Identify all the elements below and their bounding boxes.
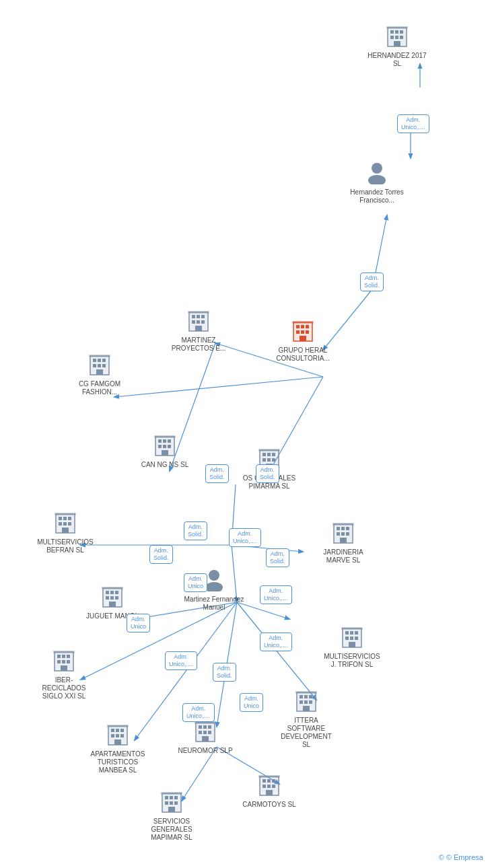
node-multiservicios_befran[interactable]: MULTISERVICIOS BEFRAN SL bbox=[35, 511, 96, 554]
svg-rect-152 bbox=[202, 736, 209, 742]
svg-rect-163 bbox=[295, 691, 317, 694]
svg-rect-59 bbox=[102, 364, 106, 367]
hernandez_2017-icon bbox=[386, 25, 408, 50]
svg-rect-121 bbox=[355, 637, 358, 640]
node-ittera[interactable]: ITTERA SOFTWARE DEVELOPMENT SL bbox=[276, 690, 337, 749]
svg-rect-143 bbox=[107, 725, 129, 727]
node-servicios_generales_mapimar[interactable]: SERVICIOS GENERALES MAPIMAR SL bbox=[141, 791, 202, 842]
svg-rect-58 bbox=[98, 364, 101, 367]
svg-line-6 bbox=[114, 377, 323, 397]
carmotoys-label: CARMOTOYS SL bbox=[242, 801, 295, 809]
svg-rect-122 bbox=[349, 642, 355, 647]
svg-rect-34 bbox=[296, 325, 300, 328]
svg-rect-156 bbox=[300, 695, 303, 698]
cg_famgom-label: CG FAMGOM FASHION... bbox=[69, 380, 130, 396]
role-badge-0[interactable]: Adm.Unico,.... bbox=[397, 114, 429, 133]
svg-rect-22 bbox=[390, 30, 394, 34]
neuromor-icon bbox=[195, 720, 216, 746]
svg-rect-90 bbox=[62, 528, 69, 533]
svg-rect-41 bbox=[292, 321, 314, 324]
svg-rect-46 bbox=[201, 315, 205, 318]
svg-rect-147 bbox=[203, 725, 207, 729]
role-badge-9[interactable]: Adm.Unico,.... bbox=[260, 585, 292, 604]
martinez_proyectos-icon bbox=[188, 310, 209, 335]
node-jardineria_marve[interactable]: JARDINERIA MARVE SL bbox=[313, 521, 374, 565]
svg-rect-71 bbox=[154, 435, 176, 438]
cg_famgom-icon bbox=[89, 353, 110, 379]
copyright-symbol: © bbox=[439, 853, 444, 861]
svg-rect-109 bbox=[106, 596, 109, 600]
node-neuromor[interactable]: NEUROMOR SLP bbox=[175, 720, 236, 755]
svg-line-13 bbox=[237, 602, 289, 619]
node-can_ng[interactable]: CAN NG NS SL bbox=[135, 434, 195, 469]
svg-point-30 bbox=[372, 163, 382, 174]
svg-rect-87 bbox=[59, 522, 62, 526]
svg-rect-183 bbox=[258, 775, 280, 778]
svg-rect-77 bbox=[262, 458, 266, 462]
svg-rect-35 bbox=[301, 325, 304, 328]
role-badge-13[interactable]: Adm.Solid. bbox=[213, 663, 236, 682]
node-martinez_proyectos[interactable]: MARTINEZ PROYECTOS E... bbox=[168, 310, 229, 353]
role-badge-15[interactable]: Adm.Unico bbox=[240, 693, 263, 712]
role-badge-5[interactable]: Adm.Solid. bbox=[184, 521, 207, 540]
svg-rect-128 bbox=[67, 655, 70, 658]
svg-rect-28 bbox=[394, 41, 400, 46]
apartamentos_turisticos-icon bbox=[107, 723, 129, 749]
svg-rect-60 bbox=[96, 369, 103, 375]
svg-rect-44 bbox=[192, 315, 195, 318]
svg-rect-37 bbox=[296, 330, 300, 334]
svg-rect-162 bbox=[303, 706, 310, 711]
node-multiservicios_trifon[interactable]: MULTISERVICIOS J. TRIFON SL bbox=[322, 626, 382, 669]
svg-rect-95 bbox=[341, 527, 345, 530]
role-badge-10[interactable]: Adm.Unico,.... bbox=[260, 632, 292, 651]
role-badge-6[interactable]: Adm.Solid. bbox=[149, 545, 173, 564]
role-badge-4[interactable]: Adm.Unico,.... bbox=[229, 528, 261, 547]
multiservicios_befran-label: MULTISERVICIOS BEFRAN SL bbox=[35, 538, 96, 554]
node-carmotoys[interactable]: CARMOTOYS SL bbox=[239, 774, 300, 809]
node-hernandez_2017[interactable]: HERNANDEZ 2017 SL bbox=[367, 25, 427, 68]
svg-rect-66 bbox=[168, 439, 171, 443]
role-badge-11[interactable]: Adm.Unico bbox=[127, 614, 150, 632]
node-apartamentos_turisticos[interactable]: APARTAMENTOS TURISTICOS MANBEA SL bbox=[88, 723, 148, 774]
svg-rect-150 bbox=[203, 731, 207, 734]
svg-rect-180 bbox=[267, 785, 271, 788]
grupo_heral-label: GRUPO HERAL CONSULTORIA... bbox=[273, 347, 333, 363]
svg-rect-110 bbox=[110, 596, 114, 600]
svg-point-103 bbox=[205, 582, 223, 591]
svg-rect-172 bbox=[168, 807, 175, 812]
jardineria_marve-label: JARDINERIA MARVE SL bbox=[313, 548, 374, 565]
svg-rect-57 bbox=[93, 364, 96, 367]
role-badge-2[interactable]: Adm.Solid. bbox=[205, 464, 229, 483]
svg-rect-38 bbox=[301, 330, 304, 334]
role-badge-8[interactable]: Adm.Unico bbox=[184, 573, 207, 592]
svg-rect-89 bbox=[68, 522, 71, 526]
svg-rect-151 bbox=[208, 731, 211, 734]
multiservicios_befran-icon bbox=[55, 511, 76, 537]
svg-rect-51 bbox=[188, 311, 209, 314]
svg-rect-99 bbox=[346, 532, 349, 536]
svg-rect-173 bbox=[161, 792, 182, 795]
role-badge-3[interactable]: Adm.Solid. bbox=[256, 464, 279, 483]
svg-rect-76 bbox=[272, 453, 275, 456]
juguet_manol-icon bbox=[102, 585, 123, 611]
role-badge-14[interactable]: Adm.Unico,.... bbox=[182, 703, 215, 722]
role-badge-7[interactable]: Adm.Solid. bbox=[266, 548, 289, 567]
svg-rect-132 bbox=[61, 665, 67, 671]
role-badge-1[interactable]: Adm.Solid. bbox=[360, 273, 384, 291]
svg-rect-111 bbox=[115, 596, 118, 600]
svg-rect-88 bbox=[63, 522, 67, 526]
svg-rect-107 bbox=[110, 591, 114, 594]
svg-rect-23 bbox=[395, 30, 398, 34]
svg-rect-113 bbox=[102, 587, 123, 589]
node-grupo_heral[interactable]: GRUPO HERAL CONSULTORIA... bbox=[273, 320, 333, 363]
role-badge-12[interactable]: Adm.Unico,.... bbox=[165, 651, 197, 670]
svg-point-102 bbox=[209, 570, 219, 581]
node-hernandez_torres[interactable]: Hernandez Torres Francisco... bbox=[347, 161, 407, 205]
node-cg_famgom[interactable]: CG FAMGOM FASHION... bbox=[69, 353, 130, 396]
grupo_heral-icon bbox=[292, 320, 314, 345]
svg-rect-91 bbox=[55, 513, 76, 515]
svg-rect-129 bbox=[57, 660, 61, 663]
can_ng-label: CAN NG NS SL bbox=[141, 461, 189, 469]
svg-rect-39 bbox=[306, 330, 309, 334]
node-iber_reciclados[interactable]: IBER- RECICLADOS SIGLO XXI SL bbox=[34, 649, 94, 700]
